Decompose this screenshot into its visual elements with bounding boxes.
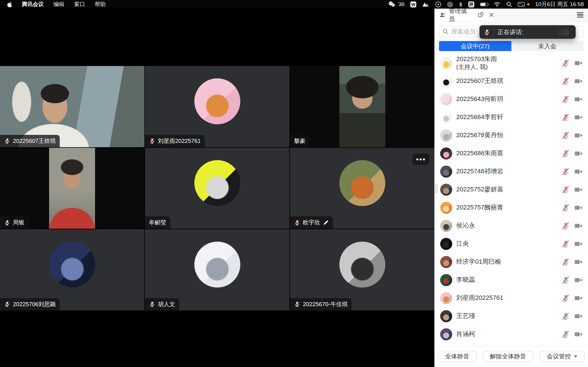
participant-controls [561,95,583,104]
rename-pencil-icon[interactable] [323,220,329,226]
avatar [440,238,452,250]
panel-resize-handle[interactable] [435,184,437,193]
menubar-clock[interactable]: 10月6日 周五 16:58 [535,1,584,8]
participant-row[interactable]: 20225664李哲轩 [434,108,588,126]
wps-icon[interactable]: W [410,1,416,7]
mic-muted-icon[interactable] [561,77,570,86]
participant-row[interactable]: 20225686朱雨蔷 [434,144,588,162]
mic-muted-icon[interactable] [561,185,570,194]
video-tile[interactable]: 黎豪 [290,66,434,147]
tab-in-meeting[interactable]: 会议中(27) [439,41,511,51]
participant-row[interactable]: 20225678黄丹怡 [434,126,588,144]
airplay-icon[interactable] [447,1,453,7]
video-tile[interactable]: 20225607王焙琪 [0,66,144,147]
participant-row[interactable]: 肖涵柯 [434,325,588,343]
participant-row[interactable]: 20225607王焙琪 [434,72,588,90]
participant-row[interactable]: 江央 [434,235,588,253]
video-tile[interactable]: 20225706刘思颖 [0,229,144,310]
participant-row[interactable]: 经济学01周巳榆 [434,253,588,271]
participant-controls [561,240,583,248]
wechat-icon[interactable] [388,1,396,7]
camera-on-icon[interactable] [574,77,583,86]
bluetooth-icon[interactable] [459,1,463,7]
meeting-control-button[interactable]: 会议管控 [540,351,585,362]
avatar [440,202,452,214]
video-tile[interactable]: ●●● 欧宇欣 [290,148,434,229]
camera-on-icon[interactable] [574,95,583,104]
tile-more-button[interactable]: ●●● [413,154,429,165]
participant-row[interactable]: 李晓蕊 [434,271,588,289]
participant-row[interactable]: 侯沁永 [434,217,588,235]
participant-name-block: 20225748祁增岩 [456,168,503,175]
video-tile[interactable]: 20225670-牛佳琪 [290,229,434,310]
panel-menu-icon[interactable] [577,12,583,18]
tencent-meeting-icon[interactable] [422,1,430,7]
close-panel-icon[interactable] [488,12,494,18]
menubar-menu-help[interactable]: 帮助 [95,1,106,8]
mic-muted-icon[interactable] [561,312,570,321]
participant-row[interactable] [434,343,588,345]
participant-row[interactable]: 20225748祁增岩 [434,162,588,180]
mic-muted-icon[interactable] [561,294,570,302]
camera-on-icon[interactable] [574,185,583,194]
camera-on-icon[interactable] [574,59,583,67]
spotlight-search-icon[interactable] [506,1,512,7]
camera-on-icon[interactable] [574,167,583,176]
control-center-icon[interactable] [518,1,525,7]
mic-muted-icon[interactable] [561,330,570,339]
camera-on-icon[interactable] [574,131,583,140]
participant-row[interactable]: 20225752廖妍嘉 [434,180,588,199]
camera-on-icon[interactable] [574,312,583,321]
camera-on-icon[interactable] [574,276,583,284]
video-tile[interactable]: 胡人文 [145,229,289,310]
mic-muted-icon[interactable] [561,131,570,140]
camera-on-icon[interactable] [574,294,583,302]
participant-name: 牟郦莹 [149,219,166,226]
tile-name-label: 20225607王焙琪 [0,135,60,147]
wifi-icon[interactable] [494,1,500,7]
video-tile[interactable]: 牟郦莹 [145,148,289,229]
tab-not-joined[interactable]: 未入会 [511,41,584,51]
participant-row[interactable]: 20225703朱雨(主持人, 我) [434,54,588,72]
mic-muted-icon[interactable] [561,59,570,67]
mic-muted-icon[interactable] [561,167,570,176]
unmute-all-button[interactable]: 解除全体静音 [483,351,533,362]
popout-panel-icon[interactable] [478,12,484,18]
participant-name-block: 20225752廖妍嘉 [456,186,503,193]
camera-on-icon[interactable] [574,240,583,248]
camera-on-icon[interactable] [574,222,583,230]
participant-row[interactable]: 20225757阙丽青 [434,199,588,217]
video-tile[interactable]: 周银 [0,148,144,229]
input-method-icon[interactable]: 拼 [468,1,474,7]
participant-row[interactable]: 王艺瑾 [434,307,588,325]
camera-on-icon[interactable] [574,149,583,158]
camera-on-icon[interactable] [574,330,583,339]
camera-on-icon[interactable] [574,203,583,212]
mic-muted-icon [294,220,300,226]
media-player-icon[interactable] [435,1,441,7]
apple-logo-icon[interactable] [7,1,12,7]
menubar-app-name[interactable]: 腾讯会议 [22,1,44,8]
avatar [339,242,385,288]
mic-muted-icon[interactable] [561,203,570,212]
mic-muted-icon[interactable] [561,149,570,158]
participant-row[interactable]: 刘星雨20225761 [434,289,588,307]
menubar-menu-edit[interactable]: 编辑 [53,1,64,8]
mic-muted-icon[interactable] [561,258,570,266]
battery-icon[interactable] [480,1,488,7]
mute-all-button[interactable]: 全体静音 [438,351,477,362]
mic-muted-icon[interactable] [561,240,570,248]
video-tile[interactable]: 刘星雨20225761 [145,66,289,147]
mic-muted-icon[interactable] [561,222,570,230]
menubar-menu-window[interactable]: 窗口 [74,1,85,8]
avatar [440,57,452,69]
mic-muted-icon[interactable] [561,95,570,104]
mic-muted-icon[interactable] [561,276,570,284]
participant-controls [561,167,583,176]
participant-row[interactable]: 20225643何昕玥 [434,90,588,108]
camera-on-icon[interactable] [574,258,583,266]
camera-on-icon[interactable] [574,113,583,122]
participant-name: 周银 [13,219,24,226]
mic-muted-icon[interactable] [561,113,570,122]
participant-controls [561,77,583,86]
